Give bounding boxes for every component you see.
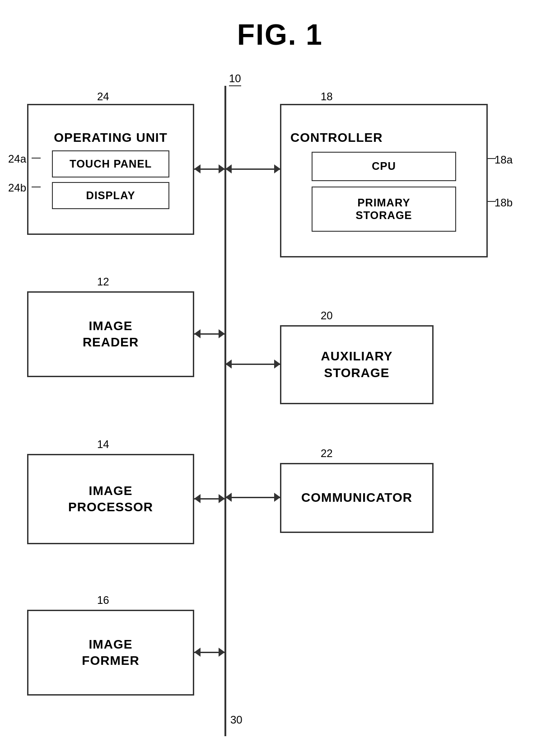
arrowhead-left-5 xyxy=(194,494,201,503)
diagram: 10 24 OPERATING UNIT TOUCH PANEL DISPLAY… xyxy=(0,59,560,736)
touch-panel-block: TOUCH PANEL xyxy=(52,150,169,177)
arrow-aux-storage-h xyxy=(225,364,280,365)
arrowhead-left-1 xyxy=(194,164,201,173)
ref-18b: 18b xyxy=(495,196,513,209)
ref-30: 30 xyxy=(230,714,243,726)
arrowhead-left-2 xyxy=(225,164,232,173)
arrowhead-right-6 xyxy=(274,493,280,502)
arrowhead-right-7 xyxy=(219,648,225,657)
communicator-label: COMMUNICATOR xyxy=(301,490,412,506)
ref-16: 16 xyxy=(97,594,109,607)
arrowhead-right-3 xyxy=(219,329,225,338)
image-processor-block: IMAGE PROCESSOR xyxy=(27,454,194,544)
ref-24a-line xyxy=(32,158,41,159)
controller-block: CONTROLLER CPU PRIMARY STORAGE xyxy=(280,104,488,257)
ref-20: 20 xyxy=(321,309,333,322)
ref-22: 22 xyxy=(321,447,333,460)
arrow-communicator-h xyxy=(225,497,280,498)
bus-line xyxy=(224,86,226,736)
ref-10: 10 xyxy=(229,72,241,86)
arrowhead-right-1 xyxy=(219,164,225,173)
ref-18: 18 xyxy=(321,90,333,103)
arrowhead-right-2 xyxy=(274,164,280,173)
arrowhead-left-3 xyxy=(194,329,201,338)
ref-18b-line xyxy=(488,201,496,202)
ref-24: 24 xyxy=(97,90,109,103)
ref-24b-line xyxy=(32,187,41,187)
image-former-block: IMAGE FORMER xyxy=(27,610,194,696)
communicator-block: COMMUNICATOR xyxy=(280,463,434,533)
controller-label: CONTROLLER xyxy=(290,130,383,146)
arrowhead-left-4 xyxy=(225,360,232,369)
image-reader-block: IMAGE READER xyxy=(27,291,194,377)
ref-18a: 18a xyxy=(495,154,513,166)
arrow-controller-h xyxy=(225,168,280,170)
auxiliary-storage-block: AUXILIARY STORAGE xyxy=(280,325,434,404)
ref-14: 14 xyxy=(97,438,109,451)
arrowhead-right-5 xyxy=(219,494,225,503)
image-processor-label: IMAGE PROCESSOR xyxy=(68,483,153,516)
image-former-label: IMAGE FORMER xyxy=(82,636,139,669)
arrowhead-left-6 xyxy=(225,493,232,502)
ref-24a: 24a xyxy=(8,153,26,165)
operating-unit-block: OPERATING UNIT TOUCH PANEL DISPLAY xyxy=(27,104,194,235)
ref-18a-line xyxy=(488,158,496,159)
arrowhead-right-4 xyxy=(274,360,280,369)
operating-unit-label: OPERATING UNIT xyxy=(54,130,167,146)
arrowhead-left-7 xyxy=(194,648,201,657)
ref-12: 12 xyxy=(97,276,109,288)
page-title: FIG. 1 xyxy=(0,0,560,51)
display-block: DISPLAY xyxy=(52,182,169,209)
image-reader-label: IMAGE READER xyxy=(83,318,139,351)
primary-storage-block: PRIMARY STORAGE xyxy=(312,187,456,232)
auxiliary-storage-label: AUXILIARY STORAGE xyxy=(321,348,393,381)
cpu-block: CPU xyxy=(312,152,456,181)
ref-24b: 24b xyxy=(8,182,26,194)
